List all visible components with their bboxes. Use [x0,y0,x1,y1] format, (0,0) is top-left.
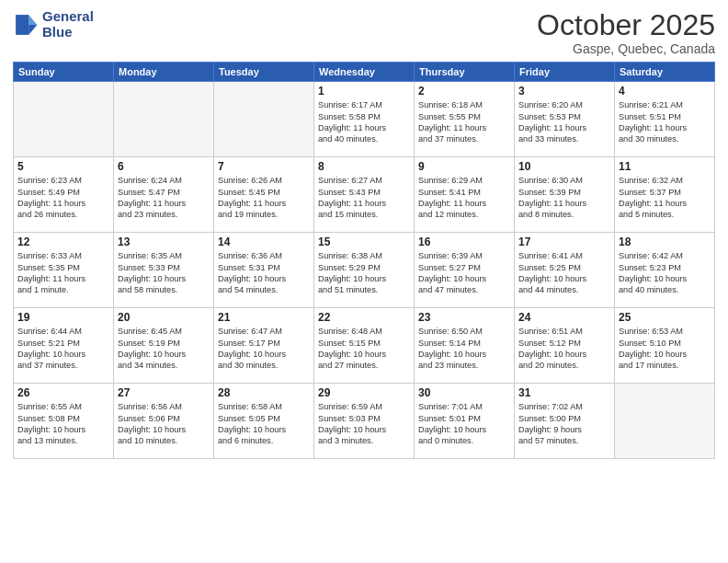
day-info: Sunrise: 6:23 AM Sunset: 5:49 PM Dayligh… [17,175,109,221]
calendar-week-row: 5Sunrise: 6:23 AM Sunset: 5:49 PM Daylig… [14,157,715,233]
header: General Blue October 2025 Gaspe, Quebec,… [13,9,715,56]
day-info: Sunrise: 6:48 AM Sunset: 5:15 PM Dayligh… [318,326,410,372]
table-row: 2Sunrise: 6:18 AM Sunset: 5:55 PM Daylig… [415,82,515,157]
table-row: 31Sunrise: 7:02 AM Sunset: 5:00 PM Dayli… [515,384,615,459]
calendar-header-row: Sunday Monday Tuesday Wednesday Thursday… [14,63,715,82]
day-info: Sunrise: 6:21 AM Sunset: 5:51 PM Dayligh… [619,99,711,145]
day-number: 28 [218,386,310,399]
day-info: Sunrise: 6:17 AM Sunset: 5:58 PM Dayligh… [318,99,410,145]
table-row: 19Sunrise: 6:44 AM Sunset: 5:21 PM Dayli… [14,308,114,384]
table-row: 23Sunrise: 6:50 AM Sunset: 5:14 PM Dayli… [415,308,515,384]
calendar-week-row: 1Sunrise: 6:17 AM Sunset: 5:58 PM Daylig… [14,82,715,157]
table-row: 8Sunrise: 6:27 AM Sunset: 5:43 PM Daylig… [314,157,415,233]
day-number: 3 [518,85,610,98]
day-number: 21 [218,311,310,324]
calendar-week-row: 26Sunrise: 6:55 AM Sunset: 5:08 PM Dayli… [14,384,715,459]
table-row: 6Sunrise: 6:24 AM Sunset: 5:47 PM Daylig… [114,157,214,233]
day-info: Sunrise: 6:29 AM Sunset: 5:41 PM Dayligh… [418,175,510,221]
day-number: 15 [318,236,410,248]
table-row: 27Sunrise: 6:56 AM Sunset: 5:06 PM Dayli… [114,384,214,459]
day-info: Sunrise: 6:39 AM Sunset: 5:27 PM Dayligh… [418,250,510,296]
col-tuesday: Tuesday [214,63,314,82]
col-sunday: Sunday [14,63,114,82]
table-row: 16Sunrise: 6:39 AM Sunset: 5:27 PM Dayli… [415,233,515,308]
table-row: 18Sunrise: 6:42 AM Sunset: 5:23 PM Dayli… [615,233,715,308]
table-row: 20Sunrise: 6:45 AM Sunset: 5:19 PM Dayli… [114,308,214,384]
table-row: 29Sunrise: 6:59 AM Sunset: 5:03 PM Dayli… [314,384,415,459]
calendar-week-row: 12Sunrise: 6:33 AM Sunset: 5:35 PM Dayli… [14,233,715,308]
month-title: October 2025 [537,9,715,41]
day-number: 17 [518,236,610,248]
day-info: Sunrise: 6:45 AM Sunset: 5:19 PM Dayligh… [118,326,210,372]
day-number: 4 [619,85,711,98]
calendar-table: Sunday Monday Tuesday Wednesday Thursday… [13,62,715,459]
day-info: Sunrise: 6:24 AM Sunset: 5:47 PM Dayligh… [118,175,210,221]
day-info: Sunrise: 6:58 AM Sunset: 5:05 PM Dayligh… [218,401,310,447]
table-row: 21Sunrise: 6:47 AM Sunset: 5:17 PM Dayli… [214,308,314,384]
day-number: 16 [418,236,510,248]
table-row: 13Sunrise: 6:35 AM Sunset: 5:33 PM Dayli… [114,233,214,308]
day-info: Sunrise: 6:56 AM Sunset: 5:06 PM Dayligh… [118,401,210,447]
day-info: Sunrise: 6:51 AM Sunset: 5:12 PM Dayligh… [518,326,610,372]
table-row: 5Sunrise: 6:23 AM Sunset: 5:49 PM Daylig… [14,157,114,233]
day-number: 20 [118,311,210,324]
day-number: 9 [418,160,510,173]
table-row: 15Sunrise: 6:38 AM Sunset: 5:29 PM Dayli… [314,233,415,308]
day-info: Sunrise: 6:38 AM Sunset: 5:29 PM Dayligh… [318,250,410,296]
table-row: 14Sunrise: 6:36 AM Sunset: 5:31 PM Dayli… [214,233,314,308]
day-info: Sunrise: 6:53 AM Sunset: 5:10 PM Dayligh… [619,326,711,372]
table-row: 1Sunrise: 6:17 AM Sunset: 5:58 PM Daylig… [314,82,415,157]
calendar-week-row: 19Sunrise: 6:44 AM Sunset: 5:21 PM Dayli… [14,308,715,384]
day-number: 18 [619,236,711,248]
title-block: October 2025 Gaspe, Quebec, Canada [537,9,715,56]
day-number: 12 [17,236,109,248]
day-number: 14 [218,236,310,248]
day-info: Sunrise: 6:36 AM Sunset: 5:31 PM Dayligh… [218,250,310,296]
day-number: 29 [318,386,410,399]
table-row: 12Sunrise: 6:33 AM Sunset: 5:35 PM Dayli… [14,233,114,308]
day-info: Sunrise: 7:01 AM Sunset: 5:01 PM Dayligh… [418,401,510,447]
day-info: Sunrise: 6:41 AM Sunset: 5:25 PM Dayligh… [518,250,610,296]
col-monday: Monday [114,63,214,82]
table-row: 28Sunrise: 6:58 AM Sunset: 5:05 PM Dayli… [214,384,314,459]
table-row: 26Sunrise: 6:55 AM Sunset: 5:08 PM Dayli… [14,384,114,459]
day-info: Sunrise: 6:26 AM Sunset: 5:45 PM Dayligh… [218,175,310,221]
day-number: 7 [218,160,310,173]
table-row: 30Sunrise: 7:01 AM Sunset: 5:01 PM Dayli… [415,384,515,459]
col-wednesday: Wednesday [314,63,415,82]
day-info: Sunrise: 6:35 AM Sunset: 5:33 PM Dayligh… [118,250,210,296]
table-row: 17Sunrise: 6:41 AM Sunset: 5:25 PM Dayli… [515,233,615,308]
day-info: Sunrise: 6:30 AM Sunset: 5:39 PM Dayligh… [518,175,610,221]
day-info: Sunrise: 6:47 AM Sunset: 5:17 PM Dayligh… [218,326,310,372]
day-number: 1 [318,85,410,98]
table-row: 25Sunrise: 6:53 AM Sunset: 5:10 PM Dayli… [615,308,715,384]
table-row: 7Sunrise: 6:26 AM Sunset: 5:45 PM Daylig… [214,157,314,233]
logo-text: General Blue [42,9,94,40]
col-friday: Friday [515,63,615,82]
table-row [214,82,314,157]
table-row: 9Sunrise: 6:29 AM Sunset: 5:41 PM Daylig… [415,157,515,233]
day-info: Sunrise: 6:27 AM Sunset: 5:43 PM Dayligh… [318,175,410,221]
svg-rect-2 [16,15,28,35]
day-number: 26 [17,386,109,399]
table-row: 10Sunrise: 6:30 AM Sunset: 5:39 PM Dayli… [515,157,615,233]
day-info: Sunrise: 6:42 AM Sunset: 5:23 PM Dayligh… [619,250,711,296]
day-number: 5 [17,160,109,173]
day-number: 27 [118,386,210,399]
day-info: Sunrise: 6:50 AM Sunset: 5:14 PM Dayligh… [418,326,510,372]
day-number: 22 [318,311,410,324]
table-row: 4Sunrise: 6:21 AM Sunset: 5:51 PM Daylig… [615,82,715,157]
day-number: 6 [118,160,210,173]
day-info: Sunrise: 6:55 AM Sunset: 5:08 PM Dayligh… [17,401,109,447]
table-row [114,82,214,157]
day-info: Sunrise: 6:20 AM Sunset: 5:53 PM Dayligh… [518,99,610,145]
day-number: 10 [518,160,610,173]
day-number: 11 [619,160,711,173]
day-info: Sunrise: 6:18 AM Sunset: 5:55 PM Dayligh… [418,99,510,145]
day-info: Sunrise: 6:33 AM Sunset: 5:35 PM Dayligh… [17,250,109,296]
day-info: Sunrise: 6:44 AM Sunset: 5:21 PM Dayligh… [17,326,109,372]
day-info: Sunrise: 6:32 AM Sunset: 5:37 PM Dayligh… [619,175,711,221]
logo: General Blue [13,9,94,40]
day-number: 13 [118,236,210,248]
page: General Blue October 2025 Gaspe, Quebec,… [0,0,728,563]
